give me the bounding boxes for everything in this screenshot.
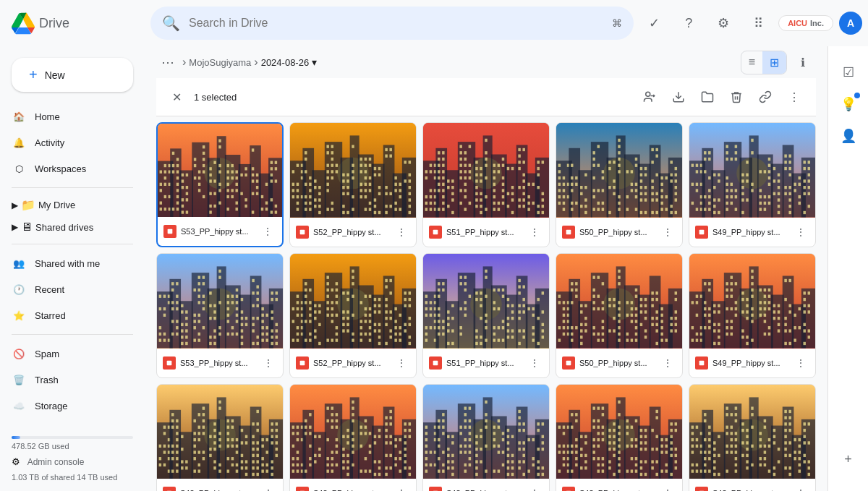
svg-rect-1499 bbox=[193, 432, 195, 435]
file-more-button[interactable]: ⋮ bbox=[526, 223, 543, 241]
copy-link-selection-button[interactable] bbox=[752, 84, 778, 110]
grid-view-button[interactable]: ⊞ bbox=[762, 51, 786, 74]
starred-icon: ⭐ bbox=[12, 308, 26, 323]
svg-rect-1187 bbox=[558, 338, 561, 341]
apps-button[interactable]: ⠿ bbox=[744, 9, 773, 38]
organize-selection-button[interactable] bbox=[694, 84, 720, 110]
share-selection-button[interactable] bbox=[637, 84, 663, 110]
info-button[interactable]: ℹ bbox=[790, 49, 816, 75]
contacts-panel-button[interactable]: 👤 bbox=[834, 121, 863, 150]
list-view-button[interactable]: ≡ bbox=[741, 51, 762, 74]
sidebar-group-shared-drives[interactable]: ▶ 🖥 Shared drives bbox=[0, 216, 139, 238]
file-more-button[interactable]: ⋮ bbox=[792, 354, 809, 372]
svg-rect-434 bbox=[537, 186, 539, 189]
svg-rect-1971 bbox=[613, 422, 615, 425]
new-button[interactable]: + New bbox=[12, 58, 133, 92]
file-more-button[interactable]: ⋮ bbox=[792, 223, 809, 241]
file-card[interactable]: S49_PP_hippy st...⋮ bbox=[689, 122, 816, 247]
file-card[interactable]: S50_PP_hippy st...⋮ bbox=[556, 122, 683, 247]
sidebar-item-trash[interactable]: 🗑️ Trash bbox=[0, 367, 139, 393]
svg-rect-1661 bbox=[331, 463, 333, 466]
admin-console-item[interactable]: ⚙ Admin console bbox=[12, 456, 133, 467]
svg-rect-2204 bbox=[803, 441, 805, 444]
svg-rect-2112 bbox=[735, 419, 737, 422]
svg-rect-1219 bbox=[592, 307, 595, 310]
search-input[interactable] bbox=[189, 17, 603, 30]
download-selection-button[interactable] bbox=[665, 84, 692, 110]
account-switcher[interactable]: AICU Inc. bbox=[778, 15, 833, 31]
svg-rect-209 bbox=[352, 145, 354, 148]
tasks-panel-button[interactable]: ☑ bbox=[834, 58, 863, 87]
svg-rect-1030 bbox=[300, 360, 305, 365]
more-selection-button[interactable]: ⋮ bbox=[781, 84, 807, 110]
svg-rect-850 bbox=[261, 307, 263, 310]
file-more-button[interactable]: ⋮ bbox=[526, 354, 543, 372]
file-card[interactable]: S51_PP_hippy st...⋮ bbox=[422, 122, 550, 247]
file-card[interactable]: S52_PP_hippy st...⋮ bbox=[289, 253, 417, 378]
svg-rect-642 bbox=[735, 208, 737, 210]
file-more-button[interactable]: ⋮ bbox=[792, 484, 809, 491]
svg-rect-1772 bbox=[438, 419, 440, 422]
svg-rect-800 bbox=[217, 266, 226, 348]
sidebar-item-workspaces[interactable]: ⬡ Workspaces bbox=[0, 155, 139, 182]
sidebar-item-storage[interactable]: ☁️ Storage bbox=[0, 393, 139, 419]
svg-rect-340 bbox=[459, 170, 461, 173]
svg-rect-1472 bbox=[176, 425, 178, 428]
breadcrumb-parent[interactable]: MojoSugiyama bbox=[189, 57, 251, 68]
file-more-button[interactable]: ⋮ bbox=[393, 223, 410, 241]
add-panel-button[interactable]: + bbox=[834, 445, 863, 474]
file-more-button[interactable]: ⋮ bbox=[260, 354, 277, 372]
file-more-button[interactable]: ⋮ bbox=[659, 484, 676, 491]
settings-button[interactable]: ⚙ bbox=[709, 9, 738, 38]
svg-rect-1851 bbox=[493, 469, 495, 472]
file-card[interactable]: S43_PP_hippy st...⋮ bbox=[156, 384, 284, 492]
file-more-button[interactable]: ⋮ bbox=[393, 354, 410, 372]
svg-rect-585 bbox=[692, 164, 694, 167]
file-more-button[interactable]: ⋮ bbox=[659, 354, 676, 372]
breadcrumb-more-button[interactable]: ⋯ bbox=[156, 51, 179, 74]
file-more-button[interactable]: ⋮ bbox=[259, 223, 276, 240]
sidebar-item-spam[interactable]: 🚫 Spam bbox=[0, 341, 139, 367]
file-card[interactable]: S43_PP_hippy st...⋮ bbox=[689, 384, 816, 492]
file-more-button[interactable]: ⋮ bbox=[526, 484, 543, 491]
file-card[interactable]: S49_PP_hippy st...⋮ bbox=[689, 253, 816, 378]
file-more-button[interactable]: ⋮ bbox=[659, 223, 676, 241]
account-avatar[interactable]: A bbox=[839, 12, 862, 35]
file-more-button[interactable]: ⋮ bbox=[260, 484, 277, 491]
svg-rect-1841 bbox=[498, 425, 500, 428]
svg-rect-1192 bbox=[575, 289, 577, 291]
file-card[interactable]: S53_PP_hippy st...⋮ bbox=[156, 253, 284, 378]
selection-close-button[interactable]: ✕ bbox=[165, 85, 188, 108]
my-drive-label: My Drive bbox=[38, 200, 75, 210]
svg-rect-2196 bbox=[799, 457, 801, 460]
svg-rect-110 bbox=[256, 174, 258, 176]
file-card[interactable]: S52_PP_hippy st...⋮ bbox=[289, 122, 417, 247]
file-more-button[interactable]: ⋮ bbox=[393, 484, 410, 491]
sidebar-item-recent[interactable]: 🕐 Recent bbox=[0, 276, 139, 302]
svg-rect-1968 bbox=[597, 469, 600, 472]
file-card[interactable]: S50_PP_hippy st...⋮ bbox=[556, 253, 683, 378]
file-card[interactable]: S43_PP_hippy st...⋮ bbox=[289, 384, 417, 492]
search-bar[interactable]: 🔍 ⌘ bbox=[150, 7, 634, 40]
svg-rect-910 bbox=[318, 304, 320, 307]
sidebar-item-activity[interactable]: 🔔 Activity bbox=[0, 129, 139, 155]
breadcrumb-dropdown-icon[interactable]: ▾ bbox=[312, 56, 317, 68]
svg-rect-373 bbox=[485, 164, 487, 167]
file-card[interactable]: S43_PP_hippy st...⋮ bbox=[422, 384, 550, 492]
file-card[interactable]: S43_PP_hippy st...⋮ bbox=[556, 384, 683, 492]
sidebar-item-starred[interactable]: ⭐ Starred bbox=[0, 302, 139, 328]
svg-rect-1738 bbox=[404, 422, 406, 425]
sidebar-group-my-drive[interactable]: ▶ 📁 My Drive bbox=[0, 194, 139, 216]
svg-rect-404 bbox=[507, 205, 509, 208]
file-card[interactable]: S53_PP_hippy st...⋮ bbox=[156, 122, 284, 247]
support-button[interactable]: ✓ bbox=[639, 9, 668, 38]
svg-rect-1274 bbox=[644, 317, 647, 320]
keep-panel-button[interactable]: 💡 bbox=[834, 90, 863, 119]
delete-selection-button[interactable] bbox=[723, 84, 749, 110]
help-button[interactable]: ? bbox=[674, 9, 703, 38]
file-card[interactable]: S51_PP_hippy st...⋮ bbox=[422, 253, 550, 378]
svg-rect-1857 bbox=[507, 441, 509, 444]
sidebar-item-home[interactable]: 🏠 Home bbox=[0, 103, 139, 129]
svg-rect-685 bbox=[778, 205, 780, 208]
sidebar-item-shared-with-me[interactable]: 👥 Shared with me bbox=[0, 250, 139, 276]
